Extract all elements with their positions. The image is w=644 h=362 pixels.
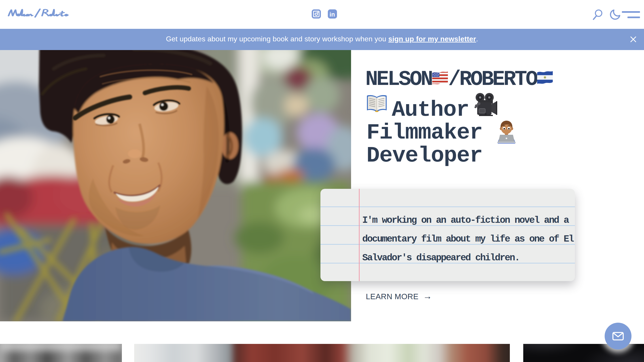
- svg-text:in: in: [330, 11, 335, 18]
